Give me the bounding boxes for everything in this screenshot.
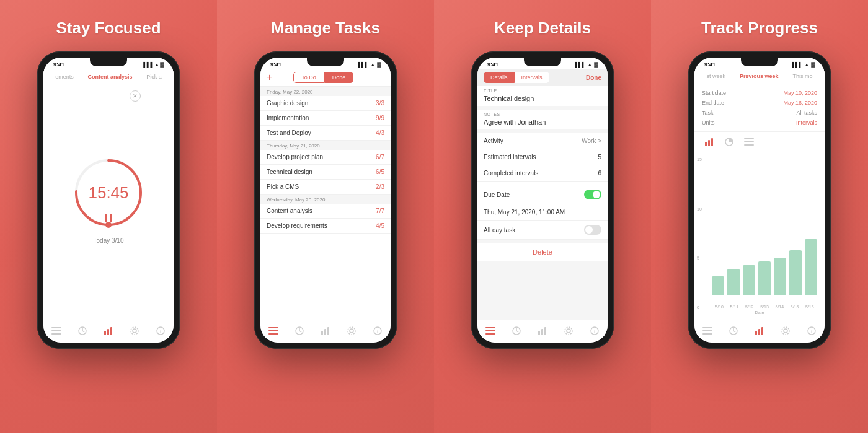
status-icons-4: ▌▌▌ ▲ ▓ xyxy=(792,62,815,68)
close-button[interactable]: ✕ xyxy=(130,90,141,102)
pause-icon[interactable] xyxy=(105,214,112,222)
x-axis-labels: 5/10 5/11 5/12 5/13 5/14 5/15 5/16 xyxy=(712,305,817,309)
start-date-label: Start date xyxy=(702,90,726,96)
tab-chart-icon-3[interactable] xyxy=(536,324,549,338)
tab-bar-1: i xyxy=(43,320,174,343)
all-day-toggle[interactable] xyxy=(584,225,601,235)
task-count-1-2: 2/3 xyxy=(376,183,384,190)
due-date-label: Due Date xyxy=(484,191,510,198)
tab-requirements[interactable]: ements xyxy=(53,72,76,81)
tab-pick[interactable]: Pick a xyxy=(144,72,164,81)
tab-chart-icon-2[interactable] xyxy=(319,324,332,338)
battery-icon-4: ▓ xyxy=(811,62,815,68)
task-name-0-1: Implementation xyxy=(267,115,309,121)
battery-icon-3: ▓ xyxy=(594,62,598,68)
task-row-0-2[interactable]: Test and Deploy 4/3 xyxy=(260,126,391,141)
y-label-5: 5 xyxy=(697,256,702,260)
svg-point-2 xyxy=(105,222,112,228)
wifi-icon-3: ▲ xyxy=(587,62,592,68)
dashed-reference-line xyxy=(722,206,817,206)
progress-info: Start date May 10, 2020 End date May 16,… xyxy=(694,84,825,132)
tab-gear-icon-2[interactable] xyxy=(345,324,358,338)
task-row-0-0[interactable]: Graphic design 3/3 xyxy=(260,96,391,111)
tab-content-analysis[interactable]: Content analysis xyxy=(85,72,135,81)
seg-buttons-3: Details Intervals xyxy=(484,72,549,83)
y-axis-labels: 15 10 5 0 xyxy=(697,157,702,310)
tab-last-week[interactable]: st week xyxy=(705,72,727,81)
tab-this-month[interactable]: This mo xyxy=(791,72,813,81)
done-button[interactable]: Done xyxy=(324,72,354,83)
tab-list-icon[interactable] xyxy=(50,324,63,338)
svg-point-59 xyxy=(782,327,789,335)
svg-rect-50 xyxy=(702,330,712,331)
wifi-icon: ▴ xyxy=(156,62,158,68)
chart-bar-1 xyxy=(727,269,740,295)
intervals-tab[interactable]: Intervals xyxy=(515,72,549,83)
activity-row[interactable]: Activity Work > xyxy=(477,133,608,149)
details-content: TITLE Technical design NOTES Agree with … xyxy=(477,86,608,320)
list-chart-button[interactable] xyxy=(742,136,756,148)
pie-chart-button[interactable] xyxy=(722,136,737,148)
x-label-512: 5/12 xyxy=(742,305,757,309)
tab-clock-icon-2[interactable] xyxy=(293,324,306,338)
svg-rect-3 xyxy=(51,327,61,328)
svg-point-39 xyxy=(565,327,572,335)
tab-clock-icon-3[interactable] xyxy=(510,324,523,338)
battery-icon-2: ▓ xyxy=(377,62,381,68)
x-label-511: 5/11 xyxy=(727,305,742,309)
details-tab[interactable]: Details xyxy=(484,72,515,83)
tab-chart-icon[interactable] xyxy=(102,324,115,338)
chart-bar-6 xyxy=(805,239,817,295)
svg-rect-9 xyxy=(104,331,106,335)
task-list: Friday, May 22, 2020 Graphic design 3/3 … xyxy=(260,87,391,320)
task-row-2-0[interactable]: Content analysis 7/7 xyxy=(260,204,391,219)
svg-rect-18 xyxy=(268,333,278,335)
svg-rect-24 xyxy=(327,327,329,335)
svg-rect-43 xyxy=(708,140,710,146)
tab-gear-icon[interactable] xyxy=(128,324,141,338)
tab-list-icon-4[interactable] xyxy=(701,324,714,338)
svg-rect-48 xyxy=(744,144,754,146)
end-date-value: May 16, 2020 xyxy=(783,100,817,106)
chart-bar-0 xyxy=(712,276,724,295)
tab-info-icon-2[interactable]: i xyxy=(371,324,384,338)
start-date-row: Start date May 10, 2020 xyxy=(702,88,817,98)
done-button-3[interactable]: Done xyxy=(586,74,601,81)
signal-icon-2: ▌▌▌ xyxy=(358,62,368,68)
screen2-header: + To Do Done xyxy=(260,69,391,87)
tab-previous-week[interactable]: Previous week xyxy=(738,72,780,81)
today-label: Today 3/10 xyxy=(94,237,124,244)
svg-point-13 xyxy=(131,327,138,335)
svg-rect-51 xyxy=(702,333,712,335)
tab-gear-icon-4[interactable] xyxy=(779,324,792,338)
add-task-button[interactable]: + xyxy=(267,72,272,83)
phone-screen-3: 9:41 ▌▌▌ ▲ ▓ Details Intervals Done TITL… xyxy=(477,58,608,343)
y-label-15: 15 xyxy=(697,157,702,162)
signal-icon: ▌▌▌ xyxy=(143,62,154,68)
tab-bar-4: i xyxy=(694,320,825,343)
tab-list-icon-2[interactable] xyxy=(267,324,280,338)
wifi-icon-2: ▲ xyxy=(370,62,375,68)
tab-info-icon[interactable]: i xyxy=(154,324,167,338)
progress-content: st week Previous week This mo Start date… xyxy=(694,69,825,320)
bar-chart-button[interactable] xyxy=(702,136,717,148)
completed-intervals-row: Completed intervals 6 xyxy=(477,165,608,182)
tab-list-icon-3[interactable] xyxy=(484,324,497,338)
task-row-1-0[interactable]: Develop project plan 6/7 xyxy=(260,150,391,165)
todo-button[interactable]: To Do xyxy=(293,72,324,83)
tab-gear-icon-3[interactable] xyxy=(562,324,575,338)
task-row-1-2[interactable]: Pick a CMS 2/3 xyxy=(260,180,391,195)
screen1-content: ements Content analysis Pick a ✕ 15:45 xyxy=(43,69,174,320)
tab-info-icon-3[interactable]: i xyxy=(588,324,601,338)
screen4-tabs: st week Previous week This mo xyxy=(694,69,825,84)
task-row-0-1[interactable]: Implementation 9/9 xyxy=(260,111,391,126)
task-row-2-1[interactable]: Develop requirements 4/5 xyxy=(260,219,391,234)
delete-button[interactable]: Delete xyxy=(477,243,608,261)
tab-info-icon-4[interactable]: i xyxy=(805,324,818,338)
due-date-toggle[interactable] xyxy=(584,190,601,199)
task-row-1-1[interactable]: Technical design 6/5 xyxy=(260,165,391,180)
tab-clock-icon[interactable] xyxy=(76,324,89,338)
tab-chart-icon-4[interactable] xyxy=(753,324,766,338)
svg-line-34 xyxy=(516,331,518,332)
tab-clock-icon-4[interactable] xyxy=(727,324,740,338)
